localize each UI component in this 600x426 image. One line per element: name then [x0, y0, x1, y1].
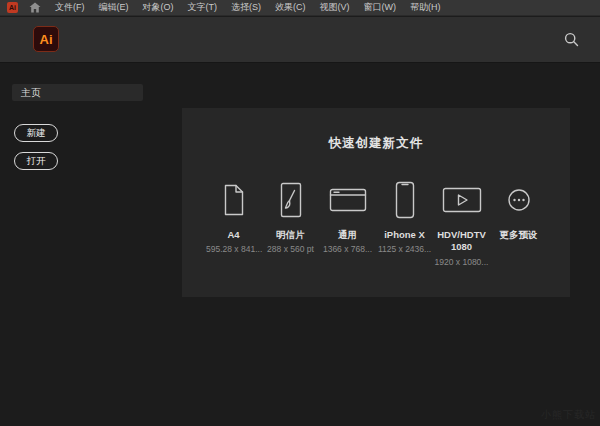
menu-bar: Ai 文件(F) 编辑(E) 对象(O) 文字(T) 选择(S) 效果(C) 视…	[0, 0, 600, 16]
menu-window[interactable]: 窗口(W)	[364, 1, 397, 14]
preset-name: HDV/HDTV 1080	[434, 229, 489, 254]
menu-file[interactable]: 文件(F)	[55, 1, 85, 14]
sidebar-item-home[interactable]: 主页	[12, 84, 143, 101]
preset-iphone-x[interactable]: iPhone X 1125 x 2436...	[377, 177, 432, 254]
preset-web-common[interactable]: 通用 1366 x 768...	[320, 177, 375, 254]
home-icon[interactable]	[27, 2, 43, 14]
phone-icon	[395, 181, 415, 219]
video-icon	[442, 187, 482, 213]
preset-name: 明信片	[263, 229, 318, 241]
menu-edit[interactable]: 编辑(E)	[99, 1, 129, 14]
preset-row: A4 595.28 x 841... 明信片 288 x 560 pt	[182, 177, 570, 267]
menu-view[interactable]: 视图(V)	[320, 1, 350, 14]
document-icon	[222, 184, 246, 216]
preset-a4[interactable]: A4 595.28 x 841...	[206, 177, 261, 254]
preset-dims: 1125 x 2436...	[377, 244, 432, 254]
menu-type[interactable]: 文字(T)	[188, 1, 218, 14]
postcard-icon	[279, 182, 303, 218]
menu-select[interactable]: 选择(S)	[231, 1, 261, 14]
preset-name: 通用	[320, 229, 375, 241]
app-taskbar-icon: Ai	[7, 2, 18, 13]
open-button[interactable]: 打开	[14, 152, 58, 170]
new-button[interactable]: 新建	[14, 124, 58, 142]
header-bar: Ai	[0, 17, 600, 63]
browser-icon	[329, 188, 367, 212]
preset-dims: 1920 x 1080...	[434, 257, 489, 267]
panel-title: 快速创建新文件	[182, 135, 570, 152]
preset-name: 更多预设	[491, 229, 546, 241]
preset-name: A4	[206, 229, 261, 241]
preset-name: iPhone X	[377, 229, 432, 241]
preset-dims: 595.28 x 841...	[206, 244, 261, 254]
menu-effect[interactable]: 效果(C)	[275, 1, 306, 14]
preset-more[interactable]: 更多预设	[491, 177, 546, 244]
preset-hdv-hdtv[interactable]: HDV/HDTV 1080 1920 x 1080...	[434, 177, 489, 267]
menu-object[interactable]: 对象(O)	[143, 1, 174, 14]
menu-items: 文件(F) 编辑(E) 对象(O) 文字(T) 选择(S) 效果(C) 视图(V…	[55, 1, 441, 14]
menu-help[interactable]: 帮助(H)	[410, 1, 441, 14]
quick-create-panel: 快速创建新文件 A4 595.28 x 841...	[182, 108, 570, 297]
search-button[interactable]	[560, 28, 582, 50]
search-icon	[564, 32, 579, 47]
preset-dims: 1366 x 768...	[320, 244, 375, 254]
preset-postcard[interactable]: 明信片 288 x 560 pt	[263, 177, 318, 254]
app-window: Ai 文件(F) 编辑(E) 对象(O) 文字(T) 选择(S) 效果(C) 视…	[0, 0, 600, 426]
illustrator-logo: Ai	[33, 26, 59, 52]
preset-dims: 288 x 560 pt	[263, 244, 318, 254]
more-presets-icon	[507, 188, 531, 212]
watermark: 小熊下载站	[541, 408, 596, 422]
